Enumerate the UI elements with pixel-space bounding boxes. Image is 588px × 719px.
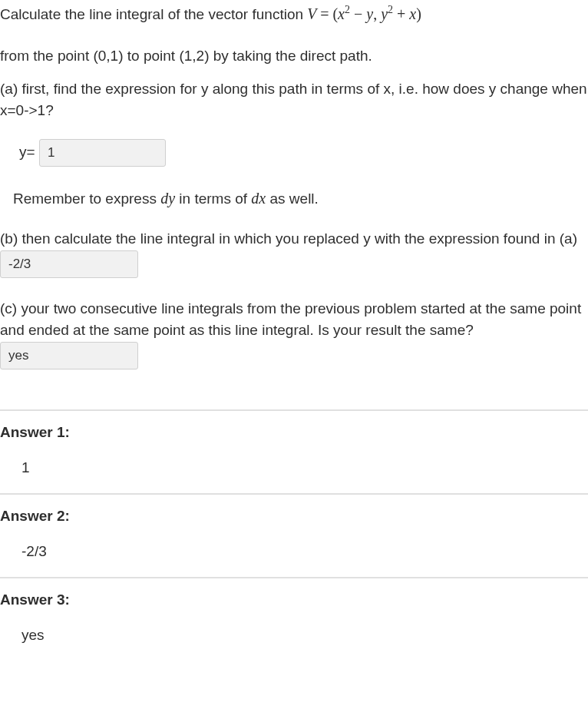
answer-3-value: yes (0, 611, 588, 650)
remember-post: as well. (266, 191, 319, 207)
y-equals-label: y= (19, 144, 35, 160)
part-a-text: (a) first, find the expression for y alo… (0, 78, 588, 122)
vector-formula: V = (x2 − y, y2 + x) (307, 5, 421, 22)
answer-3-label: Answer 3: (0, 589, 588, 611)
dx-math: dx (251, 190, 266, 207)
part-b-text: (b) then calculate the line integral in … (0, 230, 577, 247)
part-b-row: (b) then calculate the line integral in … (0, 228, 588, 278)
part-a-input[interactable] (39, 139, 166, 167)
remember-line: Remember to express dy in terms of dx as… (0, 187, 588, 210)
answer-1-value: 1 (0, 443, 588, 482)
remember-mid: in terms of (175, 191, 251, 207)
answer-1-label: Answer 1: (0, 422, 588, 444)
part-c-input[interactable] (0, 342, 138, 369)
answer-2-label: Answer 2: (0, 505, 588, 528)
answer-2-value: -2/3 (0, 527, 588, 566)
intro-text-1: Calculate the line integral of the vecto… (0, 6, 307, 22)
remember-pre: Remember to express (13, 191, 160, 207)
part-c-text: (c) your two consecutive line integrals … (0, 300, 581, 339)
intro-line-2: from the point (0,1) to point (1,2) by t… (0, 45, 588, 68)
question-intro: Calculate the line integral of the vecto… (0, 0, 588, 35)
part-b-input[interactable] (0, 250, 138, 278)
part-c-row: (c) your two consecutive line integrals … (0, 298, 588, 369)
dy-math: dy (160, 190, 175, 207)
